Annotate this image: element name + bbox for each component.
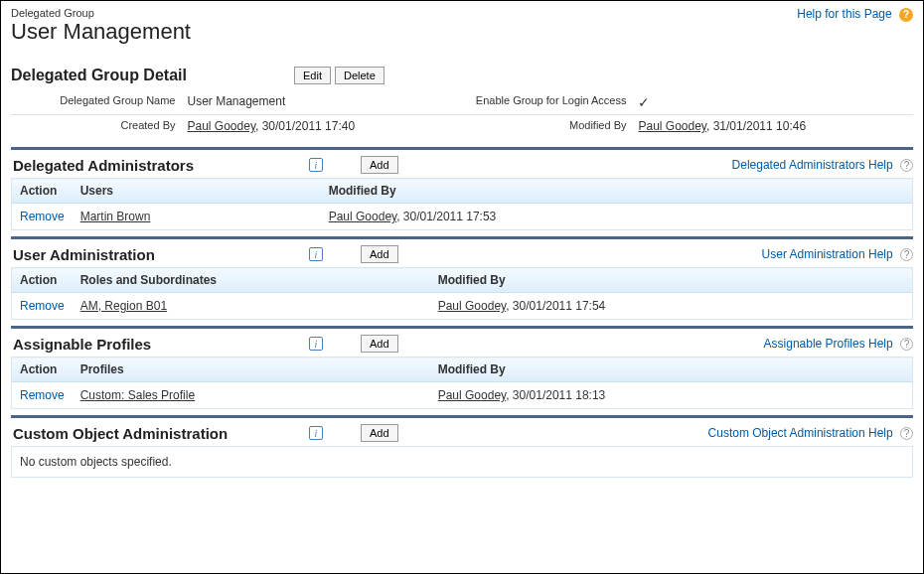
help-link-custom-obj[interactable]: Custom Object Administration Help	[708, 426, 893, 440]
col-action: Action	[12, 179, 73, 204]
modby-ts: , 30/01/2011 17:53	[396, 210, 496, 223]
section-title-custom-obj: Custom Object Administration	[11, 425, 309, 442]
section-profiles: Assignable Profiles i Add Assignable Pro…	[11, 326, 913, 409]
name-label: Delegated Group Name	[11, 90, 182, 115]
modby-ts: , 30/01/2011 18:13	[506, 388, 605, 402]
page-help-link[interactable]: Help for this Page ?	[797, 7, 913, 22]
section-delegated-admins: Delegated Administrators i Add Delegated…	[11, 147, 913, 230]
empty-message: No custom objects specified.	[11, 446, 913, 478]
edit-button[interactable]: Edit	[294, 67, 331, 84]
modby-user[interactable]: Paul Goodey	[329, 210, 397, 223]
table-row: Remove Martin Brown Paul Goodey, 30/01/2…	[12, 204, 913, 230]
add-button-delegated-admins[interactable]: Add	[361, 156, 398, 174]
info-icon[interactable]: i	[309, 247, 323, 261]
modby-ts: , 30/01/2011 17:54	[506, 299, 605, 313]
col-users: Users	[73, 179, 321, 204]
check-icon: ✓	[638, 94, 650, 110]
grid-profiles: Action Profiles Modified By Remove Custo…	[11, 357, 913, 409]
table-row: Remove AM, Region B01 Paul Goodey, 30/01…	[12, 293, 913, 320]
help-icon-sm[interactable]: ?	[900, 159, 913, 172]
add-button-user-admin[interactable]: Add	[361, 245, 398, 263]
created-by-ts: , 30/01/2011 17:40	[255, 119, 355, 133]
breadcrumb: Delegated Group	[11, 7, 913, 19]
modified-by-ts: , 31/01/2011 10:46	[706, 119, 806, 133]
section-title-profiles: Assignable Profiles	[11, 336, 309, 353]
info-icon[interactable]: i	[309, 158, 323, 172]
help-link-delegated-admins[interactable]: Delegated Administrators Help	[732, 158, 893, 172]
page-title: User Management	[11, 19, 913, 45]
detail-title: Delegated Group Detail	[11, 67, 294, 84]
col-profiles: Profiles	[73, 358, 430, 382]
section-user-admin: User Administration i Add User Administr…	[11, 236, 913, 320]
info-icon[interactable]: i	[309, 426, 323, 440]
help-link-profiles[interactable]: Assignable Profiles Help	[764, 337, 893, 351]
modby-user[interactable]: Paul Goodey	[438, 299, 507, 313]
info-icon[interactable]: i	[309, 337, 323, 351]
col-roles: Roles and Subordinates	[73, 268, 430, 293]
grid-delegated-admins: Action Users Modified By Remove Martin B…	[11, 178, 913, 230]
modified-by-label: Modified By	[462, 115, 633, 138]
remove-link[interactable]: Remove	[20, 299, 65, 313]
help-icon[interactable]: ?	[899, 8, 913, 22]
login-label: Enable Group for Login Access	[462, 90, 633, 115]
page-help-text[interactable]: Help for this Page	[797, 7, 891, 21]
created-by-label: Created By	[11, 115, 182, 138]
col-action: Action	[12, 268, 73, 293]
modby-user[interactable]: Paul Goodey	[438, 388, 507, 402]
help-icon-sm[interactable]: ?	[900, 248, 913, 261]
user-link[interactable]: Martin Brown	[80, 210, 151, 223]
col-action: Action	[12, 358, 73, 382]
delete-button[interactable]: Delete	[335, 67, 385, 84]
col-modified: Modified By	[430, 358, 913, 382]
add-button-profiles[interactable]: Add	[361, 335, 398, 353]
add-button-custom-obj[interactable]: Add	[361, 424, 398, 442]
modified-by-user[interactable]: Paul Goodey	[638, 119, 706, 133]
section-custom-obj: Custom Object Administration i Add Custo…	[11, 415, 913, 478]
section-title-user-admin: User Administration	[11, 246, 309, 263]
remove-link[interactable]: Remove	[20, 210, 65, 223]
grid-user-admin: Action Roles and Subordinates Modified B…	[11, 267, 913, 320]
help-link-user-admin[interactable]: User Administration Help	[762, 247, 893, 261]
help-icon-sm[interactable]: ?	[900, 427, 913, 440]
col-modified: Modified By	[321, 179, 913, 204]
created-by-user[interactable]: Paul Goodey	[188, 119, 256, 133]
detail-table: Delegated Group Name User Management Ena…	[11, 90, 913, 137]
section-title-delegated-admins: Delegated Administrators	[11, 157, 309, 174]
table-row: Remove Custom: Sales Profile Paul Goodey…	[12, 382, 913, 409]
role-link[interactable]: AM, Region B01	[80, 299, 167, 313]
help-icon-sm[interactable]: ?	[900, 338, 913, 351]
col-modified: Modified By	[430, 268, 913, 293]
name-value: User Management	[182, 90, 462, 115]
remove-link[interactable]: Remove	[20, 388, 65, 402]
profile-link[interactable]: Custom: Sales Profile	[80, 388, 195, 402]
